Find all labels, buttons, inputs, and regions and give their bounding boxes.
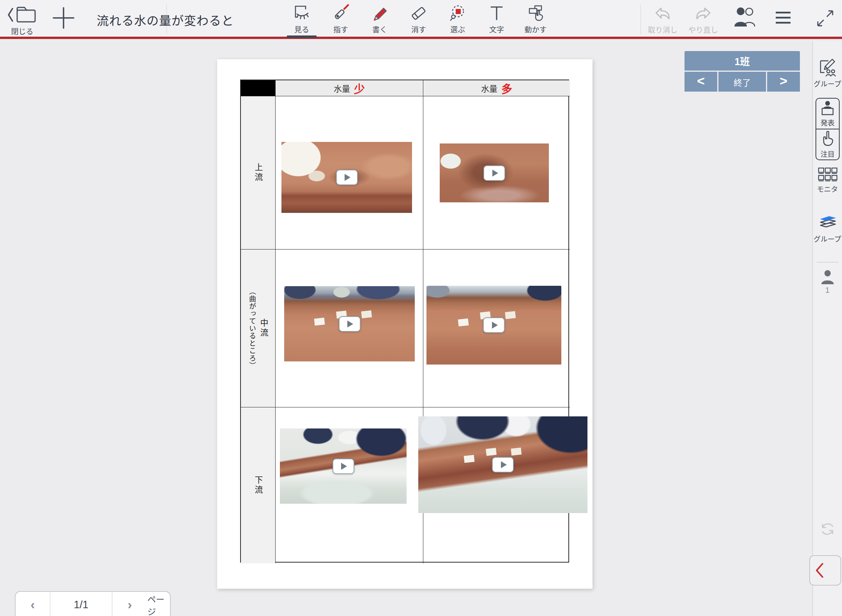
people-icon — [732, 6, 759, 30]
tool-select[interactable]: 選ぶ — [444, 4, 472, 34]
worksheet-page: 水量 少 水量 多 上流 （曲がっているところ） 中流 下流 — [217, 59, 593, 589]
tool-point[interactable]: 指す — [327, 4, 355, 34]
sidebar-divider — [817, 262, 838, 262]
menu-button[interactable] — [774, 9, 792, 27]
page-navigator: ‹ 1/1 › ページ — [15, 591, 171, 616]
tool-label: 消す — [411, 24, 426, 34]
top-toolbar: 閉じる 流れる水の量が変わると 見る — [0, 0, 842, 39]
group-panel: 1班 < 終了 > — [685, 51, 800, 92]
layers-icon — [817, 212, 838, 232]
present-label: 発表 — [821, 117, 835, 127]
video-thumbnail-upstream-less[interactable] — [281, 142, 412, 213]
present-button[interactable]: 発表 — [816, 99, 839, 129]
expand-arrows-icon — [815, 9, 835, 28]
page-nav-label-wrap: ページ — [147, 592, 170, 616]
sync-button[interactable] — [819, 520, 837, 538]
plus-icon — [51, 5, 76, 30]
row-label-upstream: 上流 — [241, 96, 276, 250]
close-label: 閉じる — [11, 26, 33, 36]
document-title: 流れる水の量が変わると — [97, 0, 234, 39]
column-level: 少 — [354, 80, 365, 96]
play-icon[interactable] — [492, 457, 514, 473]
column-header-less-water: 水量 少 — [276, 80, 423, 96]
classroom-app: { "header": { "close_label": "閉じる", "tit… — [0, 0, 842, 616]
video-thumbnail-midstream-less[interactable] — [284, 286, 415, 361]
tool-label: 指す — [333, 24, 348, 34]
right-sidebar: グループ 発表 注目 — [812, 41, 842, 616]
monitor-button[interactable]: モニタ — [813, 167, 842, 194]
video-thumbnail-downstream-less[interactable] — [280, 428, 407, 504]
member-count: 1 — [825, 286, 830, 295]
move-hand-icon — [526, 4, 545, 22]
play-icon[interactable] — [339, 316, 361, 332]
attention-label: 注目 — [821, 149, 835, 159]
group-prev-button[interactable]: < — [685, 72, 717, 92]
video-thumbnail-upstream-more[interactable] — [440, 143, 549, 202]
page-next-button[interactable]: › — [112, 592, 147, 616]
back-folder-icon — [7, 5, 37, 24]
collapse-sidebar-button[interactable] — [809, 555, 841, 586]
red-pencil-icon — [370, 4, 389, 22]
group-next-button[interactable]: > — [767, 72, 800, 92]
close-button[interactable]: 閉じる — [7, 5, 37, 36]
undo-icon — [653, 5, 673, 23]
table-corner-redacted-cell — [241, 80, 276, 96]
column-prefix: 水量 — [334, 82, 350, 94]
play-icon[interactable] — [483, 317, 505, 333]
page-nav-label: ページ — [147, 592, 170, 616]
tool-view[interactable]: 見る — [288, 4, 316, 34]
group-end-button[interactable]: 終了 — [718, 72, 766, 92]
participants-button[interactable] — [732, 6, 759, 30]
row-label-midstream: （曲がっているところ） 中流 — [241, 250, 276, 407]
page-position: 1/1 — [50, 592, 112, 616]
group-layers-button[interactable]: グループ — [813, 212, 842, 244]
group-annotate-button[interactable]: グループ — [813, 57, 842, 89]
play-icon[interactable] — [333, 458, 354, 474]
play-icon[interactable] — [483, 165, 505, 181]
page-prev-button[interactable]: ‹ — [16, 592, 50, 616]
present-attention-group: 発表 注目 — [815, 98, 840, 160]
tool-label: 動かす — [524, 24, 547, 34]
play-icon[interactable] — [336, 170, 358, 185]
redo-label: やり直し — [688, 24, 718, 35]
monitor-grid-icon — [817, 167, 838, 182]
add-page-button[interactable] — [50, 5, 77, 30]
view-eye-icon — [292, 4, 311, 22]
select-lasso-icon — [448, 4, 467, 22]
video-thumbnail-downstream-more[interactable] — [418, 416, 587, 513]
redo-icon — [693, 5, 713, 23]
attention-button[interactable]: 注目 — [816, 129, 839, 159]
column-prefix: 水量 — [481, 82, 497, 94]
eraser-icon — [409, 4, 428, 22]
member-indicator[interactable]: 1 — [813, 270, 842, 295]
video-thumbnail-midstream-more[interactable] — [426, 286, 561, 365]
person-icon — [819, 270, 836, 285]
tool-erase[interactable]: 消す — [405, 4, 433, 34]
column-header-more-water: 水量 多 — [423, 80, 570, 96]
tool-label: 書く — [372, 24, 387, 34]
tool-write[interactable]: 書く — [366, 4, 394, 34]
group-annotate-icon — [817, 57, 838, 77]
tool-group: 見る 指す — [288, 4, 550, 34]
chevron-left-icon: ‹ — [30, 597, 35, 616]
column-level: 多 — [501, 80, 512, 96]
tool-label: 見る — [294, 24, 309, 34]
undo-button[interactable]: 取り消し — [648, 5, 677, 35]
fullscreen-button[interactable] — [815, 9, 835, 28]
group-panel-buttons: < 終了 > — [685, 72, 800, 92]
tool-text[interactable]: 文字 — [483, 4, 511, 34]
redo-button[interactable]: やり直し — [688, 5, 718, 35]
red-chevron-left-icon — [815, 562, 824, 579]
chevron-right-icon: › — [127, 597, 132, 616]
tool-label: 選ぶ — [450, 24, 465, 34]
refresh-icon — [819, 520, 837, 538]
toolbar-divider — [640, 5, 641, 34]
undo-label: 取り消し — [648, 24, 677, 35]
group-title: 1班 — [685, 51, 800, 71]
tool-label: 文字 — [489, 24, 504, 34]
group-layers-label: グループ — [814, 234, 841, 244]
row-label-downstream: 下流 — [241, 407, 276, 563]
pointing-hand-icon — [819, 131, 836, 148]
hamburger-icon — [774, 9, 792, 27]
tool-move[interactable]: 動かす — [522, 4, 550, 34]
